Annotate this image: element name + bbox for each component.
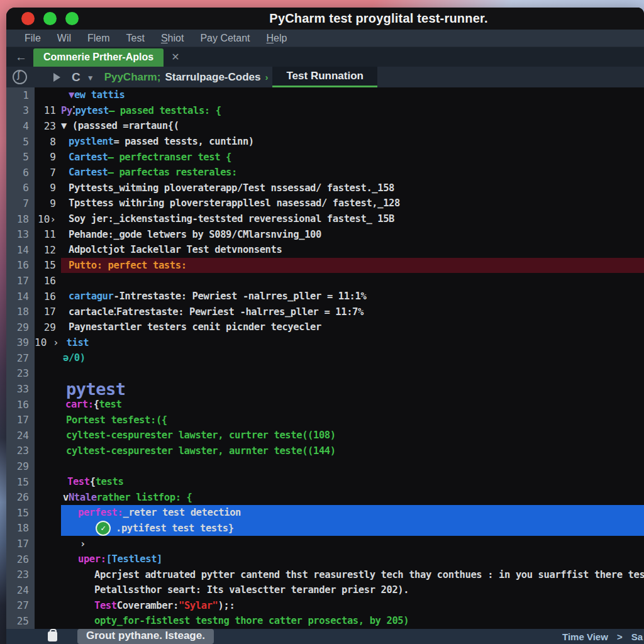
line-number-outer[interactable]: 5 — [6, 149, 35, 165]
status-right-label[interactable]: Sa — [631, 631, 643, 642]
line-number-inner[interactable]: 9 — [35, 151, 56, 163]
code-line[interactable]: 24Petallssthor seart: Its valesctter ter… — [6, 582, 644, 598]
code-line[interactable]: 1615Putto: perfect tasts: — [6, 258, 644, 274]
code-line[interactable]: 24cyltest-cespurester lawster, curtrer t… — [6, 428, 644, 443]
line-number-outer[interactable]: 27 — [6, 598, 35, 614]
editor-tab[interactable]: Comnerie Prther-Aplos — [33, 48, 164, 67]
line-number-inner[interactable]: 29 — [35, 321, 56, 333]
line-number-outer[interactable]: 29 — [6, 458, 35, 474]
line-number-outer[interactable]: 26 — [6, 489, 35, 505]
line-number-outer[interactable]: 33 — [6, 381, 35, 397]
time-view-label[interactable]: Time View — [562, 631, 608, 642]
menu-item-test[interactable]: Test — [118, 33, 153, 44]
title-bar[interactable]: PyCharm test proyglital test-runner. — [6, 8, 644, 30]
code-line[interactable]: 67Cartest – parfectas resterales: — [6, 165, 644, 180]
line-number-outer[interactable]: 18 — [6, 304, 35, 319]
code-line[interactable]: 23cyltest-cespurester lawster, aurnter t… — [6, 443, 644, 459]
line-number-outer[interactable]: 17 — [6, 412, 35, 428]
line-number-outer[interactable]: 13 — [6, 226, 35, 242]
line-number-inner[interactable]: 11 — [35, 228, 56, 240]
line-number-outer[interactable]: 18 — [6, 211, 35, 227]
line-number-inner[interactable]: 16 — [35, 275, 56, 287]
code-line[interactable]: 1810›Soy jer:_ickenstasting-teststed rev… — [6, 211, 644, 227]
run-configuration-letter[interactable]: C — [72, 70, 80, 84]
line-number-outer[interactable]: 23 — [6, 366, 35, 382]
line-number-inner[interactable]: 16 — [35, 291, 56, 303]
code-line[interactable]: 2929Paynestartler testers cenit picnder … — [6, 319, 644, 335]
code-line[interactable]: 15perfest:_reter test detection — [6, 505, 644, 521]
menu-item-shiot[interactable]: Shiot — [153, 33, 192, 44]
line-number-outer[interactable]: 23 — [6, 567, 35, 582]
line-number-inner[interactable]: 10 › — [35, 336, 59, 348]
line-number-outer[interactable]: 14 — [6, 289, 35, 304]
line-number-outer[interactable]: 1 — [6, 87, 35, 103]
menu-item-help[interactable]: Help — [258, 33, 296, 44]
line-number-outer[interactable]: 25 — [6, 613, 35, 629]
line-number-outer[interactable]: 26 — [6, 552, 35, 567]
code-line[interactable]: 69Pyttests_witming ploveraterapp/Test ns… — [6, 180, 644, 196]
line-number-outer[interactable]: 14 — [6, 242, 35, 258]
line-number-inner[interactable]: 10› — [35, 213, 56, 225]
menu-item-flem[interactable]: Flem — [79, 33, 118, 44]
code-line[interactable]: 15Test { tests — [6, 474, 644, 490]
code-line[interactable]: 59Cartest – perfectranser test { — [6, 149, 644, 165]
code-line[interactable]: 1412Adpolctjot Iackellar Test detvnonsen… — [6, 242, 644, 258]
line-number-outer[interactable]: 17 — [6, 536, 35, 552]
code-editor[interactable]: 1▼ew tattis311Py⁚pytest – passed testtal… — [6, 87, 644, 629]
code-line[interactable]: 17› — [6, 536, 644, 552]
line-number-outer[interactable]: 16 — [6, 397, 35, 413]
code-line[interactable]: 1311Pehande:_gode letwers by S089/CMlars… — [6, 226, 644, 242]
line-number-outer[interactable]: 29 — [6, 319, 35, 335]
line-number-inner[interactable]: 9 — [35, 182, 56, 194]
line-number-inner[interactable]: 8 — [35, 136, 56, 148]
line-number-outer[interactable]: 16 — [6, 258, 35, 274]
code-line[interactable]: 311Py⁚pytest – passed testtals: { — [6, 103, 644, 119]
code-line[interactable]: 423▼ (passsed =rartaun{( — [6, 118, 644, 134]
line-number-outer[interactable]: 17 — [6, 273, 35, 289]
line-number-inner[interactable]: 17 — [35, 306, 56, 318]
run-config-icon[interactable] — [13, 70, 27, 84]
code-line[interactable]: 27ə/0) — [6, 350, 644, 366]
code-line[interactable]: 58pystlent = passed tessts, cuntinn) — [6, 134, 644, 150]
code-line[interactable]: 3910 ›tist — [6, 335, 644, 351]
code-line[interactable]: 1817cartacle⁚Fatrestaste: Pewriest -halr… — [6, 304, 644, 319]
line-number-outer[interactable]: 24 — [6, 582, 35, 598]
line-number-outer[interactable]: 7 — [6, 196, 35, 211]
line-number-outer[interactable]: 39 — [6, 335, 35, 351]
code-line[interactable]: 29 — [6, 458, 644, 474]
line-number-outer[interactable]: 6 — [6, 180, 35, 196]
menu-item-file[interactable]: File — [16, 33, 49, 44]
line-number-outer[interactable]: 27 — [6, 350, 35, 366]
breadcrumb-path[interactable]: Starrulpage-Codes — [165, 71, 260, 84]
code-line[interactable]: 16cart:{ test — [6, 397, 644, 413]
breadcrumb-project[interactable]: PyyCharm; — [104, 71, 161, 84]
code-line[interactable]: 26uper:[Testlest] — [6, 552, 644, 567]
line-number-outer[interactable]: 15 — [6, 474, 35, 490]
line-number-outer[interactable]: 18 — [6, 521, 35, 536]
line-number-outer[interactable]: 5 — [6, 134, 35, 150]
code-line[interactable]: 79Tpsttess withring ploversterappllesl n… — [6, 196, 644, 211]
breadcrumb-active-tab[interactable]: Test Runnation — [272, 67, 377, 87]
code-line[interactable]: 1▼ew tattis — [6, 87, 644, 103]
code-line[interactable]: 26v Ntale rather listfop: { — [6, 489, 644, 505]
line-number-inner[interactable]: 9 — [35, 197, 56, 209]
line-number-outer[interactable]: 23 — [6, 443, 35, 459]
line-number-outer[interactable]: 6 — [6, 165, 35, 180]
menu-item-pay-cetant[interactable]: Pay Cetant — [192, 33, 258, 44]
line-number-inner[interactable]: 15 — [35, 259, 56, 271]
line-number-outer[interactable]: 3 — [6, 103, 35, 119]
code-line[interactable]: 17Portest tesfest:({ — [6, 412, 644, 428]
code-line[interactable]: 27Test Coveramber:"Sylar");: — [6, 598, 644, 614]
code-line[interactable]: 18✓ .pytifest test tests} — [6, 521, 644, 536]
code-line[interactable]: 1716 — [6, 273, 644, 289]
line-number-outer[interactable]: 15 — [6, 505, 35, 521]
code-line[interactable]: 1416cartagur-Intrestaste: Pewriest -nalr… — [6, 289, 644, 304]
line-number-inner[interactable]: 7 — [35, 167, 56, 179]
line-number-inner[interactable]: 12 — [35, 244, 56, 256]
line-number-outer[interactable]: 24 — [6, 428, 35, 443]
chevron-down-icon[interactable]: ▼ — [87, 74, 94, 82]
line-number-inner[interactable]: 23 — [35, 120, 56, 132]
menu-item-wil[interactable]: Wil — [49, 33, 79, 44]
line-number-inner[interactable]: 11 — [35, 104, 56, 116]
back-arrow-icon[interactable]: ← — [15, 50, 27, 64]
